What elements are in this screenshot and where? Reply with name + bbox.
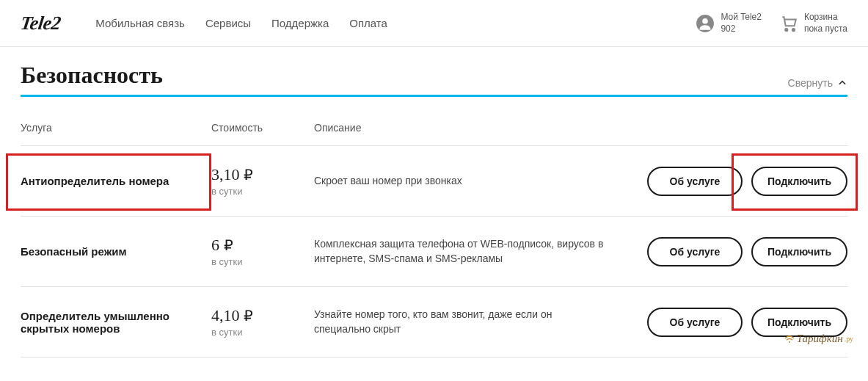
svg-point-4 xyxy=(789,341,790,343)
about-button[interactable]: Об услуге xyxy=(647,237,743,266)
price-period: в сутки xyxy=(211,256,302,267)
th-service: Услуга xyxy=(21,122,211,134)
svg-point-3 xyxy=(792,29,795,31)
service-name[interactable]: Антиопределитель номера xyxy=(21,175,200,187)
th-desc: Описание xyxy=(314,122,620,134)
th-price: Стоимость xyxy=(211,122,314,134)
header-right: Мой Tele2 902 Корзина пока пуста xyxy=(696,12,847,35)
connect-button[interactable]: Подключить xyxy=(751,237,847,266)
account-link[interactable]: Мой Tele2 902 xyxy=(696,12,762,35)
account-sub: 902 xyxy=(721,23,762,35)
account-label: Мой Tele2 xyxy=(721,12,762,23)
table-row: Безопасный режим 6 ₽ в сутки Комплексная… xyxy=(21,217,847,287)
price-period: в сутки xyxy=(211,327,302,338)
person-icon xyxy=(696,14,715,33)
cart-text: Корзина пока пуста xyxy=(804,12,847,35)
nav-item-payment[interactable]: Оплата xyxy=(349,17,387,29)
service-name[interactable]: Безопасный режим xyxy=(21,245,200,258)
main-nav: Мобильная связь Сервисы Поддержка Оплата xyxy=(95,17,696,29)
service-desc: Узнайте номер того, кто вам звонит, даже… xyxy=(314,308,608,336)
service-price: 6 ₽ xyxy=(211,236,302,255)
about-button[interactable]: Об услуге xyxy=(647,308,743,337)
service-desc: Скроет ваш номер при звонках xyxy=(314,174,608,189)
nav-item-mobile[interactable]: Мобильная связь xyxy=(95,17,185,29)
section-head: Безопасность Свернуть xyxy=(21,62,847,93)
svg-point-2 xyxy=(785,29,787,31)
cart-link[interactable]: Корзина пока пуста xyxy=(779,12,847,35)
account-text: Мой Tele2 902 xyxy=(721,12,762,35)
table-row: Антиопределитель номера 3,10 ₽ в сутки С… xyxy=(21,146,847,217)
header: Tele2 Мобильная связь Сервисы Поддержка … xyxy=(0,0,868,47)
cart-label: Корзина xyxy=(804,12,847,23)
price-period: в сутки xyxy=(211,186,302,197)
chevron-up-icon xyxy=(837,78,847,88)
nav-item-support[interactable]: Поддержка xyxy=(271,17,329,29)
svg-point-1 xyxy=(703,18,709,24)
nav-item-services[interactable]: Сервисы xyxy=(205,17,251,29)
table-row: Определитель умышленно скрытых номеров 4… xyxy=(21,287,847,358)
collapse-label: Свернуть xyxy=(788,77,833,89)
about-button[interactable]: Об услуге xyxy=(647,167,743,196)
services-table: Услуга Стоимость Описание Антиопределите… xyxy=(21,97,847,358)
cart-sub: пока пуста xyxy=(804,23,847,35)
section-security: Безопасность Свернуть Услуга Стоимость О… xyxy=(0,47,868,358)
cart-icon xyxy=(779,14,798,33)
logo[interactable]: Tele2 xyxy=(19,12,62,35)
service-desc: Комплексная защита телефона от WEB-подпи… xyxy=(314,237,608,266)
collapse-toggle[interactable]: Свернуть xyxy=(788,77,847,89)
table-header: Услуга Стоимость Описание xyxy=(21,97,847,146)
connect-button[interactable]: Подключить xyxy=(751,308,847,337)
service-price: 3,10 ₽ xyxy=(211,165,302,184)
service-price: 4,10 ₽ xyxy=(211,306,302,325)
page-title: Безопасность xyxy=(21,62,163,89)
service-name[interactable]: Определитель умышленно скрытых номеров xyxy=(21,310,200,335)
connect-button[interactable]: Подключить xyxy=(751,167,847,196)
